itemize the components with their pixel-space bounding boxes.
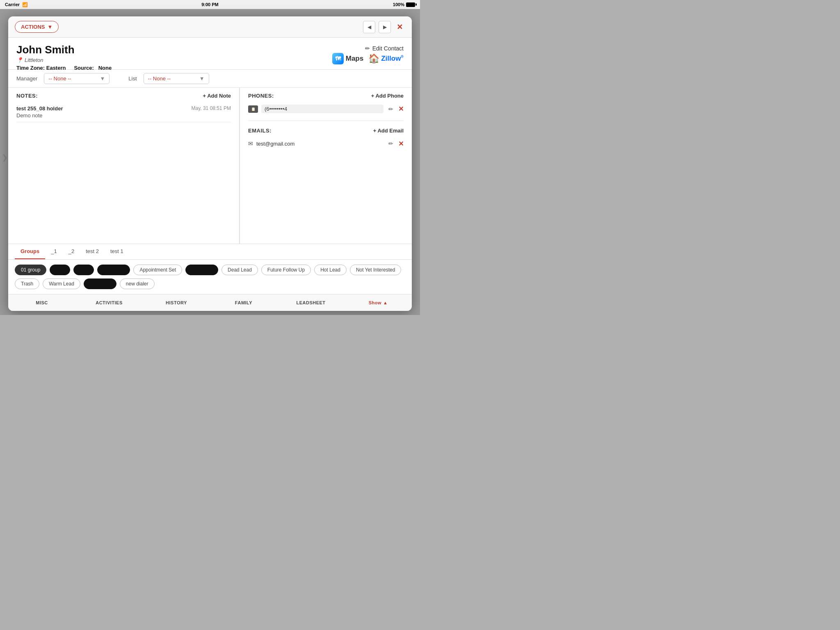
next-icon: ▶ xyxy=(383,24,387,30)
tag-blacked-4[interactable] xyxy=(185,265,218,275)
status-bar-right: 100% xyxy=(393,2,415,7)
edit-phone-button[interactable]: ✏ xyxy=(387,105,395,113)
phones-title: PHONES: xyxy=(248,93,274,99)
status-bar: Carrier 📶 9:00 PM 100% xyxy=(0,0,420,9)
groups-section: Groups _1 _2 test 2 test 1 01 group xyxy=(8,244,412,294)
tag-future-follow-up[interactable]: Future Follow Up xyxy=(261,265,311,275)
notes-header: NOTES: + Add Note xyxy=(16,93,231,99)
nav-family[interactable]: FAMILY xyxy=(210,294,277,311)
carrier-label: Carrier xyxy=(5,2,20,7)
right-panel: PHONES: + Add Phone 📋 (6••••••••4 ✏ ✕ EM… xyxy=(240,88,412,244)
contact-modal: ACTIONS ▼ ◀ ▶ ✕ John Smith ✏ Edit Contac… xyxy=(8,16,412,311)
manager-value: -- None -- xyxy=(48,75,71,82)
email-icon: ✉ xyxy=(248,140,253,147)
tab-1[interactable]: _1 xyxy=(45,244,62,259)
nav-activities[interactable]: ACTIVITIES xyxy=(75,294,143,311)
manager-chevron-icon: ▼ xyxy=(100,75,105,82)
battery-icon xyxy=(406,2,415,7)
list-chevron-icon: ▼ xyxy=(199,75,205,82)
zillow-label: Zillow® xyxy=(381,55,404,63)
add-email-button[interactable]: + Add Email xyxy=(373,128,404,134)
emails-header: EMAILS: + Add Email xyxy=(248,128,404,134)
notes-title: NOTES: xyxy=(16,93,38,99)
tag-blacked-1[interactable] xyxy=(50,265,70,275)
list-value: -- None -- xyxy=(148,75,171,82)
phone-item: 📋 (6••••••••4 ✏ ✕ xyxy=(248,102,404,116)
tag-blacked-5[interactable] xyxy=(84,278,116,289)
manager-label: Manager xyxy=(16,75,37,82)
phones-section: PHONES: + Add Phone 📋 (6••••••••4 ✏ ✕ xyxy=(248,93,404,121)
notes-section: NOTES: + Add Note test 255_08 holder May… xyxy=(8,88,240,244)
status-bar-left: Carrier 📶 xyxy=(5,2,28,7)
tag-trash[interactable]: Trash xyxy=(15,278,39,289)
battery-percent: 100% xyxy=(393,2,404,7)
list-dropdown[interactable]: -- None -- ▼ xyxy=(144,73,209,84)
modal-toolbar: ACTIONS ▼ ◀ ▶ ✕ xyxy=(8,16,412,38)
note-item: test 255_08 holder May, 31 08:51 PM Demo… xyxy=(16,102,231,122)
note-text: Demo note xyxy=(16,112,231,119)
edit-contact-button[interactable]: ✏ Edit Contact xyxy=(365,43,404,52)
tag-warm-lead[interactable]: Warm Lead xyxy=(43,278,80,289)
nav-show[interactable]: Show ▲ xyxy=(345,294,412,311)
location-text: Littleton xyxy=(25,57,43,63)
prev-button[interactable]: ◀ xyxy=(363,21,375,33)
next-button[interactable]: ▶ xyxy=(379,21,391,33)
email-item: ✉ test@gmail.com ✏ ✕ xyxy=(248,137,404,150)
tag-new-dialer[interactable]: new dialer xyxy=(120,278,155,289)
tag-appointment-set[interactable]: Appointment Set xyxy=(133,265,182,275)
prev-icon: ◀ xyxy=(368,24,371,30)
main-content: NOTES: + Add Note test 255_08 holder May… xyxy=(8,88,412,244)
nav-misc[interactable]: MISC xyxy=(8,294,75,311)
sidebar-arrow[interactable]: ❯ xyxy=(2,153,8,162)
add-note-button[interactable]: + Add Note xyxy=(203,93,231,99)
emails-title: EMAILS: xyxy=(248,128,272,134)
nav-leadsheet[interactable]: LEADSHEET xyxy=(277,294,345,311)
tags-container: 01 group Appointment Set Dead Lead Futur… xyxy=(8,260,412,294)
tag-blacked-3[interactable] xyxy=(97,265,130,275)
close-button[interactable]: ✕ xyxy=(394,22,405,32)
actions-button[interactable]: ACTIONS ▼ xyxy=(15,21,59,33)
delete-email-button[interactable]: ✕ xyxy=(398,140,404,148)
maps-icon: 🗺 xyxy=(332,53,344,64)
note-author: test 255_08 holder xyxy=(16,105,63,112)
external-links: 🗺 Maps 🏠 Zillow® xyxy=(16,53,404,64)
zillow-icon: 🏠 xyxy=(368,53,379,64)
phone-type-icon: 📋 xyxy=(248,105,258,113)
toolbar-right: ◀ ▶ ✕ xyxy=(363,21,405,33)
delete-phone-button[interactable]: ✕ xyxy=(398,105,404,113)
maps-button[interactable]: 🗺 Maps xyxy=(332,53,363,64)
tab-groups[interactable]: Groups xyxy=(15,244,45,259)
show-label: Show xyxy=(369,300,381,305)
actions-chevron-icon: ▼ xyxy=(48,24,53,30)
manager-dropdown[interactable]: -- None -- ▼ xyxy=(44,73,110,84)
edit-icon: ✏ xyxy=(365,45,370,52)
tab-test2[interactable]: test 2 xyxy=(80,244,105,259)
groups-tabs: Groups _1 _2 test 2 test 1 xyxy=(8,244,412,260)
tag-01group[interactable]: 01 group xyxy=(15,265,46,275)
bottom-nav: MISC ACTIVITIES HISTORY FAMILY LEADSHEET… xyxy=(8,294,412,311)
wifi-icon: 📶 xyxy=(22,2,28,7)
edit-email-button[interactable]: ✏ xyxy=(387,139,395,148)
edit-contact-label: Edit Contact xyxy=(372,45,404,52)
phone-number: (6••••••••4 xyxy=(261,105,383,113)
contact-name: John Smith xyxy=(16,43,75,56)
zillow-button[interactable]: 🏠 Zillow® xyxy=(368,53,404,64)
tab-test1[interactable]: test 1 xyxy=(105,244,129,259)
location-pin-icon: 📍 xyxy=(16,57,23,63)
tag-dead-lead[interactable]: Dead Lead xyxy=(221,265,258,275)
note-header: test 255_08 holder May, 31 08:51 PM xyxy=(16,105,231,112)
phones-header: PHONES: + Add Phone xyxy=(248,93,404,99)
email-address: test@gmail.com xyxy=(256,141,383,147)
tag-not-yet-interested[interactable]: Not Yet Interested xyxy=(350,265,401,275)
actions-label: ACTIONS xyxy=(21,24,45,30)
nav-history[interactable]: HISTORY xyxy=(143,294,210,311)
close-icon: ✕ xyxy=(397,23,403,31)
tab-2[interactable]: _2 xyxy=(63,244,80,259)
maps-label: Maps xyxy=(346,55,363,63)
show-chevron-icon: ▲ xyxy=(383,300,388,305)
tag-blacked-2[interactable] xyxy=(73,265,94,275)
list-label: List xyxy=(128,75,137,82)
status-bar-time: 9:00 PM xyxy=(201,2,219,7)
add-phone-button[interactable]: + Add Phone xyxy=(371,93,404,99)
tag-hot-lead[interactable]: Hot Lead xyxy=(314,265,347,275)
